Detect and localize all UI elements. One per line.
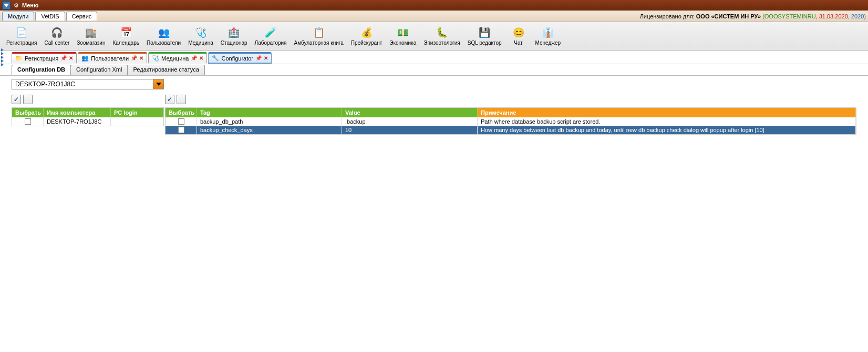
- tool-label: Регистрация: [6, 40, 37, 46]
- right-header-3[interactable]: Примечание: [478, 108, 856, 117]
- tool-sql-редактор[interactable]: 💾SQL редактор: [464, 25, 505, 47]
- license-info: Лицензировано для: ООО «СИСТЕМ ИН РУ» (O…: [640, 13, 866, 19]
- tool-label: Call center: [44, 40, 69, 46]
- right-row[interactable]: backup_db_path.backupPath where database…: [166, 117, 856, 126]
- tool-icon: 💾: [478, 26, 491, 39]
- system-menu-button[interactable]: [2, 1, 11, 9]
- tool-пользователи[interactable]: 👥Пользователи: [143, 25, 184, 47]
- tab-label: Медицина: [161, 55, 189, 62]
- doc-tab-configurator[interactable]: 🔧Configurator 📌 ✕: [208, 52, 272, 64]
- tool-менеджер[interactable]: 👔Менеджер: [532, 25, 564, 47]
- computer-combo[interactable]: [12, 79, 164, 89]
- tab-icon: 🩺: [152, 55, 159, 62]
- tool-icon: 🧪: [264, 26, 277, 39]
- right-panel: ВыбратьTagValueПримечание backup_db_path…: [165, 79, 856, 348]
- tool-календарь[interactable]: 📅Календарь: [109, 25, 142, 47]
- tool-стационар[interactable]: 🏥Стационар: [218, 25, 251, 47]
- tool-icon: 💵: [397, 26, 409, 39]
- row-tag: backup_db_path: [197, 117, 342, 126]
- left-row[interactable]: DESKTOP-7RO1J8C: [12, 117, 163, 126]
- tool-icon: 🐛: [436, 26, 448, 39]
- left-header-0[interactable]: Выбрать: [12, 108, 44, 117]
- row-checkbox-cell[interactable]: [166, 117, 197, 126]
- titlebar: ⚙ Меню: [0, 0, 868, 11]
- pin-icon[interactable]: 📌: [131, 55, 137, 61]
- left-checkbox-row: [12, 94, 164, 105]
- tab-label: Configurator: [221, 55, 253, 62]
- close-icon[interactable]: ✕: [139, 55, 143, 61]
- row-checkbox[interactable]: [25, 118, 31, 125]
- check-all-left-on[interactable]: [12, 95, 21, 104]
- menubar: МодулиVetDISСервис Лицензировано для: ОО…: [0, 11, 868, 22]
- tool-медицина[interactable]: 🩺Медицина: [185, 25, 216, 47]
- menu-tab-модули[interactable]: Модули: [2, 12, 34, 21]
- tool-icon: 🩺: [194, 26, 207, 39]
- doc-tab-пользователи[interactable]: 👥Пользователи 📌 ✕: [78, 52, 147, 64]
- sub-tab-2[interactable]: Редактирование статуса: [127, 65, 204, 75]
- tool-label: Лаборатория: [255, 40, 287, 46]
- tool-зоомагазин[interactable]: 🏬Зоомагазин: [74, 25, 108, 47]
- tool-label: Медицина: [188, 40, 213, 46]
- tab-icon: 🔧: [212, 55, 219, 62]
- close-icon[interactable]: ✕: [264, 55, 268, 61]
- pin-icon[interactable]: 📌: [60, 55, 67, 61]
- tool-icon: 📄: [15, 26, 28, 39]
- row-tag: backup_check_days: [197, 126, 342, 134]
- tool-icon: 🏬: [85, 26, 97, 39]
- doc-tab-медицина[interactable]: 🩺Медицина 📌 ✕: [148, 52, 207, 64]
- tool-label: Зоомагазин: [77, 40, 105, 46]
- tool-icon: 📅: [120, 26, 132, 39]
- tool-label: Календарь: [112, 40, 139, 46]
- tool-label: Чат: [514, 40, 523, 46]
- tool-label: SQL редактор: [468, 40, 502, 46]
- pin-icon[interactable]: 📌: [255, 55, 262, 61]
- tool-label: Прейскурант: [351, 40, 383, 46]
- tool-label: Менеджер: [535, 40, 561, 46]
- right-row[interactable]: backup_check_days10How many days between…: [166, 126, 856, 134]
- right-header-2[interactable]: Value: [342, 108, 478, 117]
- window-title: Меню: [22, 2, 38, 8]
- right-header-0[interactable]: Выбрать: [166, 108, 197, 117]
- tool-регистрация[interactable]: 📄Регистрация: [3, 25, 40, 47]
- close-icon[interactable]: ✕: [69, 55, 73, 61]
- tool-label: Экономика: [389, 40, 416, 46]
- sub-tab-1[interactable]: Configuration Xml: [70, 65, 128, 75]
- tool-эпизоотология[interactable]: 🐛Эпизоотология: [420, 25, 463, 47]
- tool-icon: 🎧: [50, 26, 63, 39]
- doc-tab-регистрация[interactable]: 📁Регистрация 📌 ✕: [12, 52, 77, 64]
- menu-tab-vetdis[interactable]: VetDIS: [35, 12, 65, 21]
- pin-icon[interactable]: 📌: [191, 55, 197, 61]
- tool-амбулаторная-книга[interactable]: 📋Амбулаторная книга: [291, 25, 347, 47]
- row-login: [111, 117, 161, 126]
- sub-tab-0[interactable]: Configuration DB: [12, 65, 71, 75]
- left-panel: ВыбратьИмя компьютераPC login DESKTOP-7R…: [12, 79, 164, 348]
- row-checkbox-cell[interactable]: [166, 126, 197, 134]
- row-value: 10: [342, 126, 478, 134]
- combo-dropdown-button[interactable]: [153, 79, 164, 89]
- computer-combo-input[interactable]: [12, 79, 153, 89]
- tool-прейскурант[interactable]: 💰Прейскурант: [348, 25, 386, 47]
- tool-label: Эпизоотология: [423, 40, 460, 46]
- check-all-left-off[interactable]: [23, 95, 33, 104]
- tab-scroll-left[interactable]: [1, 48, 4, 66]
- check-all-right-off[interactable]: [177, 95, 186, 104]
- tool-чат[interactable]: 😊Чат: [506, 25, 531, 47]
- right-grid: ВыбратьTagValueПримечание backup_db_path…: [165, 107, 856, 135]
- left-grid: ВыбратьИмя компьютераPC login DESKTOP-7R…: [12, 107, 164, 126]
- row-checkbox[interactable]: [178, 118, 184, 125]
- tool-icon: 😊: [512, 26, 525, 39]
- left-header-1[interactable]: Имя компьютера: [44, 108, 111, 117]
- left-header-2[interactable]: PC login: [111, 108, 161, 117]
- tool-экономика[interactable]: 💵Экономика: [386, 25, 419, 47]
- close-icon[interactable]: ✕: [199, 55, 203, 61]
- tab-icon: 📁: [15, 55, 23, 62]
- tool-call-center[interactable]: 🎧Call center: [41, 25, 73, 47]
- row-checkbox[interactable]: [178, 127, 184, 133]
- row-checkbox-cell[interactable]: [12, 117, 44, 126]
- sub-tabrow: Configuration DBConfiguration XmlРедакти…: [0, 64, 868, 76]
- menu-tab-сервис[interactable]: Сервис: [66, 12, 98, 21]
- check-all-right-on[interactable]: [165, 95, 174, 104]
- tool-icon: 👔: [542, 26, 554, 39]
- right-header-1[interactable]: Tag: [197, 108, 342, 117]
- tool-лаборатория[interactable]: 🧪Лаборатория: [252, 25, 290, 47]
